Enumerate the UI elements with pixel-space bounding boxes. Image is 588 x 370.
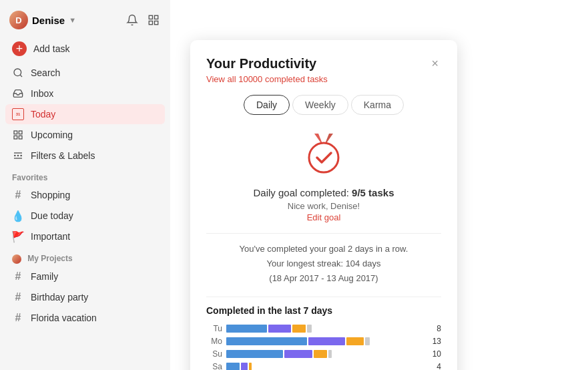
my-projects-avatar	[12, 254, 21, 264]
flag-icon: 🚩	[12, 230, 24, 242]
bar-segment	[292, 325, 306, 333]
add-task-button[interactable]: + Add task	[5, 37, 165, 60]
chevron-down-icon: ▼	[69, 16, 76, 24]
bar-row: Tu8	[206, 324, 441, 333]
nice-work-text: Nice work, Denise!	[206, 201, 441, 211]
sidebar-nav: + Add task Search Inbox	[0, 37, 170, 166]
svg-rect-1	[155, 15, 158, 19]
add-task-label: Add task	[33, 43, 69, 54]
bar-segment	[307, 325, 312, 333]
birthday-party-label: Birthday party	[31, 292, 88, 303]
completed-section-title: Completed in the last 7 days	[206, 305, 441, 316]
hash-icon: #	[12, 312, 24, 324]
family-label: Family	[31, 271, 58, 282]
bar-track	[226, 337, 418, 345]
sidebar-item-florida-vacation[interactable]: # Florida vacation	[5, 308, 165, 328]
goal-completed-text: Daily goal completed: 9/5 tasks	[206, 187, 441, 198]
medal-icon	[300, 128, 348, 176]
svg-rect-0	[149, 15, 152, 19]
bar-count-label: 4	[422, 362, 441, 370]
bar-row: Sa4	[206, 362, 441, 370]
filters-icon	[12, 150, 24, 162]
inbox-icon	[12, 87, 24, 100]
sidebar-item-family[interactable]: # Family	[5, 266, 165, 287]
sidebar: D Denise ▼ + A	[0, 0, 170, 370]
inbox-label: Inbox	[31, 88, 53, 99]
modal-title: Your Productivity	[206, 56, 316, 71]
bar-segment	[226, 337, 307, 345]
view-all-link[interactable]: View all 10000 completed tasks	[206, 74, 441, 84]
bar-row: Mo13	[206, 337, 441, 346]
hash-icon: #	[12, 189, 24, 201]
user-name-label: Denise	[32, 15, 65, 26]
main-content: Your Productivity × View all 10000 compl…	[170, 0, 588, 370]
avatar: D	[9, 11, 28, 29]
sidebar-item-due-today[interactable]: 💧 Due today	[5, 206, 165, 226]
modal-header: Your Productivity ×	[206, 56, 441, 71]
bar-segment	[249, 363, 251, 370]
bar-track	[226, 325, 418, 333]
search-icon	[12, 67, 24, 79]
bar-segment	[241, 363, 248, 370]
today-label: Today	[31, 109, 55, 120]
sidebar-item-important[interactable]: 🚩 Important	[5, 226, 165, 246]
shopping-label: Shopping	[31, 190, 70, 200]
svg-point-10	[15, 155, 15, 156]
tab-daily[interactable]: Daily	[244, 95, 290, 115]
hash-icon: #	[12, 270, 24, 283]
streak-text: You've completed your goal 2 days in a r…	[206, 242, 441, 286]
bar-count-label: 10	[422, 349, 441, 359]
svg-rect-7	[19, 131, 22, 134]
sidebar-item-today[interactable]: 31 Today	[5, 104, 165, 124]
projects-nav: # Family # Birthday party # Florida vaca…	[0, 266, 170, 329]
droplet-icon: 💧	[12, 210, 24, 222]
filters-label: Filters & Labels	[31, 150, 95, 161]
upcoming-label: Upcoming	[31, 130, 73, 140]
svg-point-11	[17, 155, 18, 156]
bar-segment	[226, 363, 240, 370]
sidebar-item-shopping[interactable]: # Shopping	[5, 185, 165, 205]
bell-icon[interactable]	[125, 13, 139, 27]
divider-2	[206, 297, 441, 297]
close-button[interactable]: ×	[428, 56, 441, 71]
header-icons	[125, 13, 161, 27]
upcoming-icon	[12, 129, 24, 141]
sidebar-item-birthday-party[interactable]: # Birthday party	[5, 287, 165, 307]
florida-vacation-label: Florida vacation	[31, 313, 97, 323]
bar-segment	[328, 350, 332, 358]
sidebar-item-search[interactable]: Search	[5, 63, 165, 83]
bar-day-label: Su	[206, 349, 222, 359]
bar-count-label: 13	[422, 337, 441, 346]
important-label: Important	[31, 231, 70, 242]
svg-point-12	[21, 155, 21, 156]
bar-segment	[308, 337, 345, 345]
tab-weekly[interactable]: Weekly	[292, 95, 348, 115]
bar-segment	[284, 350, 312, 358]
hash-icon: #	[12, 291, 24, 303]
tab-karma[interactable]: Karma	[351, 95, 404, 115]
today-icon: 31	[12, 108, 24, 120]
bar-segment	[268, 325, 291, 333]
bar-segment	[226, 325, 267, 333]
sidebar-item-filters[interactable]: Filters & Labels	[5, 146, 165, 166]
svg-line-5	[20, 75, 22, 77]
bar-day-label: Sa	[206, 362, 222, 370]
svg-point-17	[309, 143, 338, 172]
user-menu[interactable]: D Denise ▼	[9, 11, 76, 29]
svg-rect-6	[14, 131, 17, 134]
search-label: Search	[31, 67, 60, 78]
bar-segment	[346, 337, 364, 345]
edit-goal-link[interactable]: Edit goal	[206, 212, 441, 222]
favorites-section-label: Favorites	[0, 166, 170, 185]
sidebar-header: D Denise ▼	[0, 8, 170, 37]
svg-rect-3	[155, 21, 158, 25]
tabs: Daily Weekly Karma	[206, 95, 441, 115]
medal-container	[206, 128, 441, 176]
layout-icon[interactable]	[146, 13, 161, 27]
bar-segment	[226, 350, 283, 358]
sidebar-item-inbox[interactable]: Inbox	[5, 83, 165, 104]
bar-track	[226, 350, 418, 358]
bar-segment	[365, 337, 370, 345]
sidebar-item-upcoming[interactable]: Upcoming	[5, 125, 165, 145]
bar-day-label: Mo	[206, 337, 222, 346]
